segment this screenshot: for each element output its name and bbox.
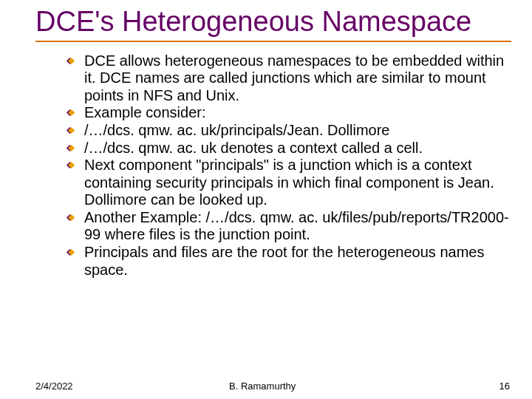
diamond-bullet-icon [65,108,75,117]
list-item: Another Example: /…/dcs. qmw. ac. uk/fil… [65,209,511,244]
bullet-text: Next component "principals" is a junctio… [84,157,494,208]
list-item: /…/dcs. qmw. ac. uk/principals/Jean. Dol… [65,122,511,140]
slide-title: DCE's Heterogeneous Namespace [35,6,511,42]
bullet-text: /…/dcs. qmw. ac. uk/principals/Jean. Dol… [84,122,390,138]
bullet-text: DCE allows heterogeneous namespaces to b… [84,52,504,103]
diamond-bullet-icon [65,143,75,153]
list-item: DCE allows heterogeneous namespaces to b… [65,52,511,105]
footer-author: B. Ramamurthy [229,381,296,392]
list-item: /…/dcs. qmw. ac. uk denotes a context ca… [65,140,511,157]
list-item: Next component "principals" is a junctio… [65,157,511,209]
diamond-bullet-icon [65,248,75,257]
bullet-list: DCE allows heterogeneous namespaces to b… [65,52,511,279]
list-item: Principals and files are the root for th… [65,244,511,279]
footer-page: 16 [499,381,510,392]
footer-date: 2/4/2022 [35,381,73,392]
slide-body: DCE allows heterogeneous namespaces to b… [35,52,511,279]
bullet-text: Principals and files are the root for th… [84,244,484,278]
diamond-bullet-icon [65,56,75,66]
list-item: Example consider: [65,104,511,122]
diamond-bullet-icon [65,160,75,170]
bullet-text: /…/dcs. qmw. ac. uk denotes a context ca… [84,140,423,156]
slide: DCE's Heterogeneous Namespace DCE allows… [0,0,532,399]
diamond-bullet-icon [65,126,75,135]
bullet-text: Another Example: /…/dcs. qmw. ac. uk/fil… [84,209,509,243]
diamond-bullet-icon [65,213,75,222]
bullet-text: Example consider: [84,104,206,120]
